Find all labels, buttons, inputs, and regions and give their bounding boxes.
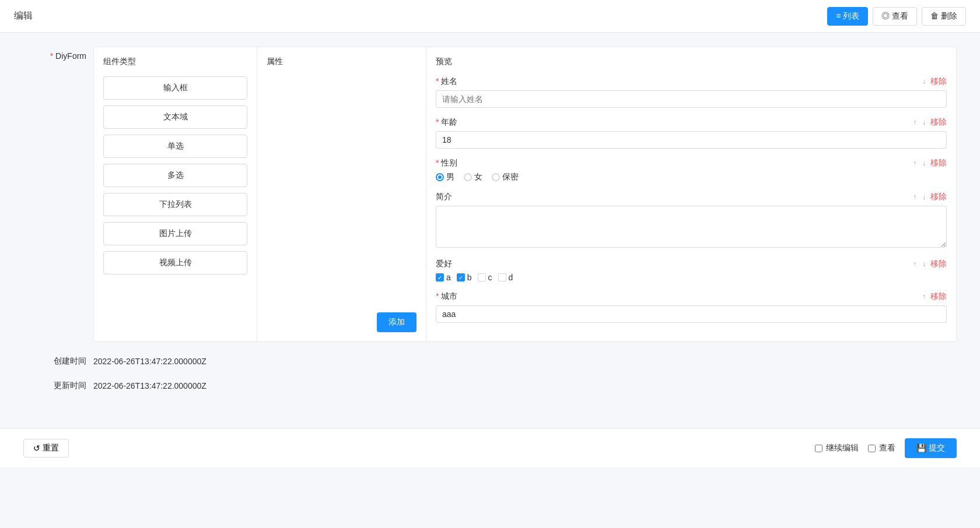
component-video-upload[interactable]: 视频上传 <box>103 251 247 274</box>
intro-field: 简介 ↑ ↓ 移除 <box>436 192 947 249</box>
gender-field-header: 性别 ↑ ↓ 移除 <box>436 158 947 168</box>
gender-radio-group: 男 女 保密 <box>436 172 947 182</box>
checkbox-a-label: a <box>446 273 451 282</box>
city-input[interactable] <box>436 305 947 323</box>
submit-icon: 💾 <box>916 443 926 453</box>
radio-female-label: 女 <box>474 172 482 182</box>
page-title: 编辑 <box>14 10 33 22</box>
age-down-btn[interactable]: ↓ <box>921 118 927 126</box>
hobby-a[interactable]: ✓ a <box>436 273 451 282</box>
city-field-actions: ↑ 移除 <box>921 291 947 302</box>
view-button[interactable]: ◎ 查看 <box>873 7 917 26</box>
intro-down-btn[interactable]: ↓ <box>921 193 927 201</box>
hobby-remove-btn[interactable]: 移除 <box>930 259 947 269</box>
footer-left: ↺ 重置 <box>23 439 69 457</box>
gender-down-btn[interactable]: ↓ <box>921 159 927 167</box>
hobby-field-label: 爱好 <box>436 259 912 269</box>
intro-field-label: 简介 <box>436 192 912 202</box>
hobby-c[interactable]: c <box>478 273 492 282</box>
component-select[interactable]: 下拉列表 <box>103 193 247 216</box>
hobby-d[interactable]: d <box>498 273 513 282</box>
checkbox-b-icon: ✓ <box>457 273 465 281</box>
radio-male-icon <box>436 173 444 181</box>
main-content: DiyForm 组件类型 输入框 文本域 单选 多选 下拉列表 图片上传 视频上… <box>0 33 980 419</box>
component-image-upload[interactable]: 图片上传 <box>103 222 247 245</box>
age-field: 年龄 ↑ ↓ 移除 <box>436 117 947 149</box>
hobby-up-btn[interactable]: ↑ <box>912 260 918 268</box>
list-button[interactable]: ≡ 列表 <box>827 7 868 26</box>
continue-edit-label: 继续编辑 <box>826 443 859 453</box>
hobby-field-header: 爱好 ↑ ↓ 移除 <box>436 259 947 269</box>
continue-edit-checkbox[interactable]: 继续编辑 <box>815 443 859 453</box>
submit-button[interactable]: 💾 提交 <box>905 438 957 458</box>
component-panel: 组件类型 输入框 文本域 单选 多选 下拉列表 图片上传 视频上传 <box>94 47 257 342</box>
checkbox-d-icon <box>498 273 506 281</box>
created-time-value: 2022-06-26T13:47:22.000000Z <box>93 357 206 366</box>
view-input[interactable] <box>868 445 876 452</box>
gender-male[interactable]: 男 <box>436 172 454 182</box>
city-field-label: 城市 <box>436 291 921 302</box>
submit-label: 提交 <box>929 443 945 453</box>
intro-textarea[interactable] <box>436 206 947 248</box>
hobby-field: 爱好 ↑ ↓ 移除 ✓ a ✓ <box>436 259 947 282</box>
hobby-down-btn[interactable]: ↓ <box>921 260 927 268</box>
age-remove-btn[interactable]: 移除 <box>930 117 947 128</box>
hobby-b[interactable]: ✓ b <box>457 273 472 282</box>
diyform-row: DiyForm 组件类型 输入框 文本域 单选 多选 下拉列表 图片上传 视频上… <box>23 47 957 342</box>
footer-bar: ↺ 重置 继续编辑 查看 💾 提交 <box>0 428 980 467</box>
radio-male-label: 男 <box>446 172 454 182</box>
intro-up-btn[interactable]: ↑ <box>912 193 918 201</box>
updated-time-label: 更新时间 <box>23 381 93 391</box>
hobby-checkbox-group: ✓ a ✓ b c d <box>436 273 947 282</box>
age-field-actions: ↑ ↓ 移除 <box>912 117 947 128</box>
footer-right: 继续编辑 查看 💾 提交 <box>815 438 957 458</box>
component-panel-title: 组件类型 <box>103 57 247 67</box>
intro-field-actions: ↑ ↓ 移除 <box>912 192 947 202</box>
name-field-actions: ↓ 移除 <box>921 76 947 87</box>
gender-female[interactable]: 女 <box>464 172 482 182</box>
component-checkbox[interactable]: 多选 <box>103 164 247 187</box>
checkbox-d-label: d <box>509 273 513 282</box>
radio-secret-icon <box>492 173 500 181</box>
gender-up-btn[interactable]: ↑ <box>912 159 918 167</box>
checkbox-a-icon: ✓ <box>436 273 444 281</box>
gender-field-label: 性别 <box>436 158 912 168</box>
checkbox-c-label: c <box>488 273 492 282</box>
diyform-label: DiyForm <box>23 47 93 61</box>
city-up-btn[interactable]: ↑ <box>921 293 927 301</box>
radio-secret-label: 保密 <box>502 172 519 182</box>
view-checkbox[interactable]: 查看 <box>868 443 895 453</box>
city-field-header: 城市 ↑ 移除 <box>436 291 947 302</box>
gender-remove-btn[interactable]: 移除 <box>930 158 947 168</box>
gender-field: 性别 ↑ ↓ 移除 男 女 <box>436 158 947 182</box>
age-field-header: 年龄 ↑ ↓ 移除 <box>436 117 947 128</box>
name-input[interactable] <box>436 90 947 108</box>
reset-button[interactable]: ↺ 重置 <box>23 439 69 457</box>
name-field-header: 姓名 ↓ 移除 <box>436 76 947 87</box>
name-down-btn[interactable]: ↓ <box>921 78 927 86</box>
updated-time-row: 更新时间 2022-06-26T13:47:22.000000Z <box>23 381 957 391</box>
name-remove-btn[interactable]: 移除 <box>930 76 947 87</box>
age-input[interactable] <box>436 131 947 149</box>
reset-label: 重置 <box>43 443 59 453</box>
component-radio[interactable]: 单选 <box>103 135 247 158</box>
view-label: 查看 <box>879 443 895 453</box>
city-field: 城市 ↑ 移除 <box>436 291 947 323</box>
hobby-field-actions: ↑ ↓ 移除 <box>912 259 947 269</box>
name-field-label: 姓名 <box>436 76 921 87</box>
intro-remove-btn[interactable]: 移除 <box>930 192 947 202</box>
props-panel-title: 属性 <box>267 57 416 67</box>
component-textarea[interactable]: 文本域 <box>103 105 247 129</box>
city-remove-btn[interactable]: 移除 <box>930 291 947 302</box>
checkbox-b-label: b <box>467 273 472 282</box>
age-up-btn[interactable]: ↑ <box>912 118 918 126</box>
reset-icon: ↺ <box>33 443 40 453</box>
component-input[interactable]: 输入框 <box>103 76 247 100</box>
add-button[interactable]: 添加 <box>377 312 416 332</box>
age-field-label: 年龄 <box>436 117 912 128</box>
delete-button[interactable]: 🗑 删除 <box>922 7 966 26</box>
continue-edit-input[interactable] <box>815 445 822 452</box>
header-actions: ≡ 列表 ◎ 查看 🗑 删除 <box>827 7 966 26</box>
gender-secret[interactable]: 保密 <box>492 172 519 182</box>
updated-time-value: 2022-06-26T13:47:22.000000Z <box>93 381 206 390</box>
